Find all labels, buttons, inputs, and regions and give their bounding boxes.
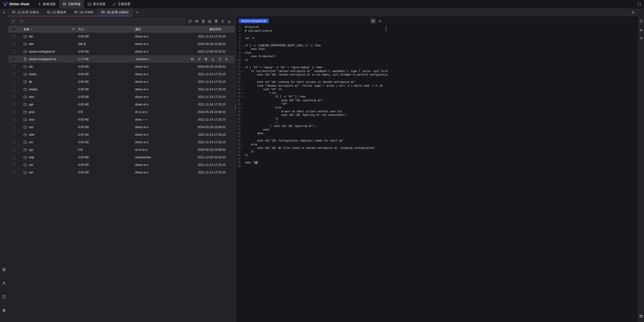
row-delete-button[interactable] — [204, 57, 208, 61]
row-checkbox[interactable] — [12, 57, 16, 61]
row-checkbox[interactable] — [12, 88, 16, 91]
add-tab-button[interactable] — [133, 8, 142, 16]
app-logo[interactable]: Orion Visor — [0, 2, 34, 6]
fold-toggle[interactable] — [241, 143, 245, 147]
command-button[interactable] — [2, 268, 6, 272]
sync-button[interactable] — [2, 295, 6, 299]
fold-toggle[interactable] — [241, 84, 245, 88]
column-header-mtime[interactable]: 修改时间 — [209, 27, 221, 31]
panel-divider[interactable] — [234, 17, 236, 322]
row-checkbox[interactable] — [12, 110, 16, 114]
file-row-usr[interactable]: usr4.00 KBdrwxr-xr-x2021-11-24 17:20:10 — [8, 161, 234, 169]
file-row-mnt[interactable]: mnt4.00 KBdrwxr-xr-x2021-11-24 17:20:10 — [8, 93, 234, 101]
sort-mtime-button[interactable] — [223, 28, 226, 30]
editor-scrollbar[interactable] — [385, 26, 387, 32]
rail-add-button[interactable] — [2, 11, 6, 14]
file-row-sys[interactable]: sys0 Bdr-xr-xr-x2024-05-28 23:58:02 — [8, 146, 234, 154]
file-row-root[interactable]: root4.00 KBdrwx------2021-11-24 17:20:10 — [8, 116, 234, 123]
json-settings-button[interactable]: {} — [639, 19, 643, 23]
theme-icon — [112, 2, 116, 6]
row-checkbox[interactable] — [12, 50, 16, 53]
file-row-srv[interactable]: srv4.00 KBdrwxr-xr-x2021-11-24 17:20:10 — [8, 138, 234, 146]
row-checkbox[interactable] — [12, 148, 16, 151]
path-input-wrap[interactable] — [18, 18, 185, 24]
new-file-button[interactable] — [201, 19, 205, 23]
download-button[interactable] — [227, 19, 231, 23]
file-row-home[interactable]: home4.00 KBdrwxr-xr-x2021-11-24 17:20:10 — [8, 70, 234, 78]
navbar-item-display-settings[interactable]: 显示设置 — [84, 0, 109, 8]
file-row-opt[interactable]: opt4.00 KBdrwxr-xr-x2021-11-24 17:20:10 — [8, 101, 234, 108]
row-checkbox[interactable] — [12, 133, 16, 136]
row-checkbox[interactable] — [12, 156, 16, 159]
file-row-etc[interactable]: etc4.00 KBdrwxr-xr-x2024-05-28 23:58:02 — [8, 63, 234, 70]
back-button[interactable] — [10, 18, 16, 24]
fold-toggle[interactable] — [241, 66, 245, 69]
fold-toggle[interactable] — [241, 88, 245, 91]
row-copy-button[interactable] — [191, 57, 194, 61]
user-button[interactable] — [2, 281, 6, 285]
row-checkbox[interactable] — [12, 35, 16, 38]
fold-toggle[interactable] — [241, 106, 245, 110]
terminal-tab-4[interactable]: (4) 应用-分析02 — [98, 8, 133, 16]
row-checkbox[interactable] — [12, 163, 16, 166]
screenshot-button[interactable] — [639, 314, 643, 318]
editor-close-button[interactable] — [378, 19, 382, 23]
file-row-sbin[interactable]: sbin4.00 KBdrwxr-xr-x2021-11-24 17:20:10 — [8, 131, 234, 138]
fold-toggle[interactable] — [241, 95, 245, 99]
row-checkbox[interactable] — [12, 80, 16, 83]
file-row-docker-entrypoint.sh[interactable]: docker-entrypoint.sh1.17 KB-rwxrwxr-x — [8, 55, 234, 63]
select-all-checkbox[interactable] — [12, 28, 16, 31]
code-editor[interactable]: 1#!/bin/sh2# vim:sw=4:ts=4:et34set -e56i… — [236, 25, 387, 322]
filter-button[interactable] — [72, 28, 75, 31]
sort-button[interactable] — [639, 36, 643, 40]
fold-toggle[interactable] — [241, 51, 245, 55]
fold-toggle[interactable] — [241, 44, 245, 48]
upload-button[interactable] — [221, 19, 225, 23]
file-row-lib[interactable]: lib4.00 KBdrwxr-xr-x2021-11-24 17:20:10 — [8, 78, 234, 86]
tabbar-close-button[interactable] — [631, 11, 635, 14]
file-row-proc[interactable]: proc0 Bdr-xr-xr-x2024-05-28 23:58:02 — [8, 108, 234, 116]
new-folder-button[interactable] — [208, 19, 212, 23]
file-row-bin[interactable]: bin4.00 KBdrwxr-xr-x2021-11-24 17:20:10 — [8, 33, 234, 40]
navbar-item-host-terminal[interactable]: 主机终端 — [59, 0, 84, 8]
chart-button[interactable] — [639, 28, 643, 31]
sort-size-button[interactable] — [85, 28, 87, 30]
fullscreen-button[interactable] — [635, 2, 644, 6]
eye-button[interactable] — [195, 19, 198, 23]
file-row-tmp[interactable]: tmp4.00 KBdrwxrwxrwx2021-12-30 03:29:10 — [8, 154, 234, 161]
terminal-tab-1[interactable]: (1) 应用-分析01 — [8, 8, 43, 16]
row-checkbox[interactable] — [12, 171, 16, 174]
fold-toggle[interactable] — [241, 91, 245, 95]
save-button[interactable] — [370, 18, 376, 24]
file-row-docker-entrypoint.d[interactable]: docker-entrypoint.d4.00 KBdrwxr-xr-x2021… — [8, 48, 234, 55]
refresh-button[interactable] — [188, 19, 192, 23]
row-permission-button[interactable] — [225, 57, 228, 61]
file-row-var[interactable]: var4.00 KBdrwxr-xr-x2021-11-24 17:20:10 — [8, 169, 234, 176]
row-checkbox[interactable] — [12, 65, 16, 68]
row-checkbox[interactable] — [12, 95, 16, 98]
file-row-run[interactable]: run4.00 KBdrwxr-xr-x2024-05-28 23:58:02 — [8, 123, 234, 131]
delete-button[interactable] — [214, 19, 218, 23]
navbar-item-new-connection[interactable]: 新建连接 — [34, 0, 59, 8]
file-row-media[interactable]: media4.00 KBdrwxr-xr-x2021-11-24 17:20:1… — [8, 86, 234, 93]
path-input[interactable] — [25, 19, 183, 23]
row-checkbox[interactable] — [12, 140, 16, 144]
row-checkbox[interactable] — [12, 103, 16, 106]
row-checkbox[interactable] — [12, 118, 16, 121]
column-header-name[interactable]: 名称 — [23, 27, 29, 31]
column-header-size[interactable]: 大小 — [78, 27, 84, 31]
row-checkbox[interactable] — [12, 42, 16, 46]
row-move-button[interactable] — [218, 57, 221, 61]
file-row-dev[interactable]: dev340 Bdrwxr-xr-x2024-05-28 23:58:02 — [8, 40, 234, 48]
terminal-tab-2[interactable]: (2) 数据库 — [43, 8, 70, 16]
navbar-item-theme-settings[interactable]: 主题设置 — [109, 0, 134, 8]
sort-name-button[interactable] — [30, 28, 33, 30]
row-edit-button[interactable] — [197, 57, 201, 61]
fold-toggle[interactable] — [241, 69, 245, 73]
row-checkbox[interactable] — [12, 73, 16, 76]
row-checkbox[interactable] — [12, 125, 16, 129]
row-download-button[interactable] — [211, 57, 215, 61]
settings-button[interactable] — [2, 308, 6, 312]
terminal-tab-3[interactable]: (3) 中间件 — [70, 8, 98, 16]
editor-file-tab[interactable]: docker-entrypoint.sh — [239, 19, 269, 23]
